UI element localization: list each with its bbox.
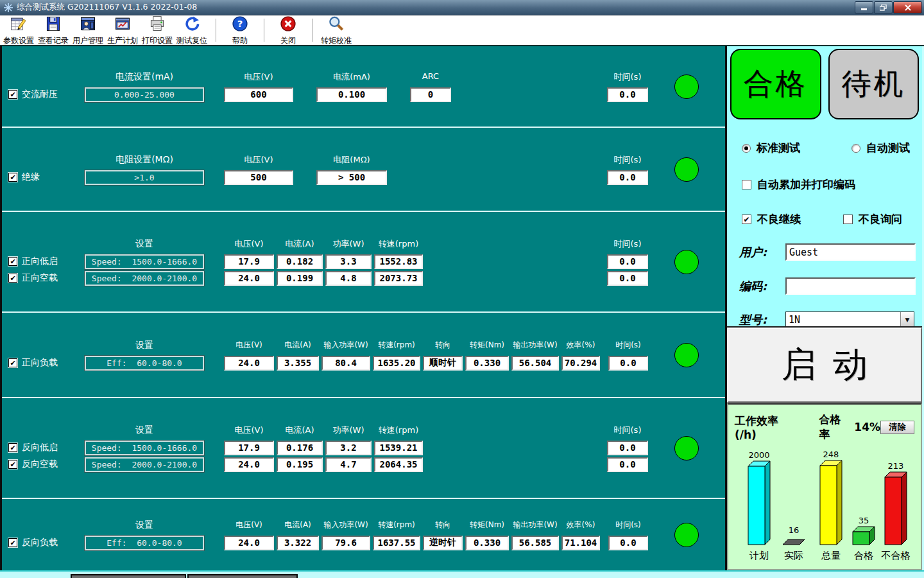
value-stack: 0.00.0 — [607, 441, 648, 472]
value-stack: 3.24.7 — [325, 441, 372, 472]
section-checkbox-label: 正向负载 — [22, 357, 58, 369]
checkbox-icon[interactable] — [8, 257, 17, 266]
column-3: 转速(rpm)1637.55 — [373, 520, 420, 550]
column-time: 时间(s)0.0 — [608, 340, 648, 371]
checkbox-row-reverse-lowstart-noload-1[interactable]: 反向空载 — [8, 457, 84, 471]
column-5: 转矩(Nm)0.330 — [465, 340, 509, 371]
radio-standard-test[interactable]: 标准测试 — [742, 141, 800, 155]
settings-stack: Eff: 60.0-80.0 — [85, 356, 204, 371]
checkbox-row-forward-lowstart-noload-0[interactable]: 正向低启 — [8, 254, 84, 268]
value-box: 500 — [224, 170, 293, 185]
column-1: 电流(mA)0.100 — [316, 71, 387, 102]
checkbox-icon[interactable] — [8, 173, 17, 182]
standby-status-indicator: 待机 — [828, 49, 920, 119]
value-box: 0.0 — [608, 536, 648, 550]
settings-box: 0.000-25.000 — [85, 87, 204, 102]
checkbox-row-reverse-lowstart-noload-0[interactable]: 反向低启 — [8, 441, 84, 455]
settings-header: 电阻设置(MΩ) — [116, 154, 173, 166]
checkbox-icon[interactable] — [8, 460, 17, 469]
checkbox-ng-ask[interactable]: 不良询问 — [843, 212, 902, 227]
toolbar-button-print-settings[interactable]: 打印设置 — [140, 15, 175, 45]
toolbar-button-view-records[interactable]: 查看记录 — [36, 15, 71, 45]
column-0: 电压(V)600 — [224, 71, 293, 102]
maximize-button[interactable] — [874, 1, 893, 13]
user-input[interactable] — [785, 243, 916, 261]
checkbox-icon[interactable] — [742, 180, 751, 189]
value-stack: 71.104 — [561, 536, 600, 550]
code-input[interactable] — [785, 277, 916, 295]
value-box: 600 — [224, 87, 293, 102]
radio-icon[interactable] — [742, 144, 751, 153]
checkbox-icon[interactable] — [8, 443, 17, 452]
value-box: 80.4 — [321, 356, 370, 371]
toolbar-button-close-app[interactable]: 关闭 — [271, 15, 305, 45]
value-box: 0.0 — [607, 87, 648, 102]
status-lamp — [674, 157, 699, 182]
toolbar-button-test-reset[interactable]: 测试复位 — [175, 15, 209, 45]
column-2: ARC0 — [410, 71, 451, 102]
value-stack: 逆时针 — [423, 536, 463, 550]
toolbar-button-production-plan[interactable]: 生产计划 — [105, 15, 140, 45]
value-stack: 17.924.0 — [224, 441, 274, 472]
value-stack: 0.1820.199 — [277, 254, 323, 286]
status-lamp — [674, 436, 699, 460]
checkbox-icon[interactable] — [8, 90, 17, 99]
column-header: 转矩(Nm) — [470, 520, 504, 532]
column-header: 转速(rpm) — [378, 520, 415, 532]
value-stack: 17.924.0 — [224, 254, 274, 286]
checkbox-row-reverse-load-0[interactable]: 反向负载 — [8, 536, 84, 550]
checkbox-icon[interactable] — [843, 215, 853, 224]
checkbox-icon[interactable] — [8, 274, 17, 283]
value-stack: 80.4 — [321, 356, 370, 371]
chevron-down-icon[interactable]: ▼ — [900, 312, 914, 327]
value-box: 70.294 — [561, 356, 600, 371]
checkbox-row-forward-load-0[interactable]: 正向负载 — [8, 356, 84, 370]
toolbar-button-torque-cal[interactable]: 转矩校准 — [319, 15, 354, 45]
section-checkbox-label: 反向低启 — [22, 442, 58, 453]
measurement-columns: 电压(V)600电流(mA)0.100ARC0时间(s)0.0 — [224, 71, 648, 102]
radio-icon[interactable] — [851, 144, 860, 153]
checkbox-row-forward-lowstart-noload-1[interactable]: 正向空载 — [8, 271, 84, 285]
toolbar-separator — [312, 19, 312, 42]
checkbox-row-insulation-0[interactable]: 绝缘 — [8, 170, 84, 184]
checkbox-icon[interactable] — [8, 358, 17, 367]
section-checkbox-label: 反向空载 — [22, 459, 58, 470]
value-box: 4.8 — [325, 271, 372, 286]
measurement-columns: 电压(V)17.924.0电流(A)0.1820.199功率(W)3.34.8转… — [224, 238, 648, 286]
column-header: 时间(s) — [614, 425, 642, 437]
start-button[interactable]: 启动 — [727, 328, 922, 403]
column-header: 电压(V) — [235, 520, 262, 532]
checkbox-icon[interactable] — [742, 215, 751, 224]
status-lamp-zone — [648, 250, 725, 274]
toolbar-button-param-settings[interactable]: 参数设置 — [1, 15, 36, 45]
checkbox-auto-print[interactable]: 自动累加并打印编码 — [730, 177, 919, 192]
settings-zone: 设置Eff: 60.0-80.0 — [84, 520, 205, 550]
value-stack: 1552.832073.73 — [374, 254, 423, 286]
model-dropdown[interactable]: 1N ▼ — [785, 311, 914, 328]
section-checkbox-label: 正向空载 — [22, 272, 58, 284]
value-stack: 56.585 — [511, 536, 559, 550]
radio-standard-test-label: 标准测试 — [757, 141, 800, 155]
checkbox-icon[interactable] — [8, 538, 17, 547]
toolbar-button-user-management[interactable]: 用户管理 — [71, 15, 105, 45]
close-button[interactable] — [893, 1, 922, 13]
column-3: 转速(rpm)1635.20 — [373, 340, 420, 371]
checkbox-ng-continue[interactable]: 不良继续 — [742, 212, 801, 227]
minimize-button[interactable] — [855, 1, 873, 13]
pass-rate-value: 14% — [854, 421, 880, 434]
status-lamp-zone — [648, 74, 725, 99]
column-header: 时间(s) — [615, 340, 641, 352]
value-box: 1552.83 — [374, 254, 423, 269]
toolbar-button-help[interactable]: ?帮助 — [223, 15, 257, 45]
production-bar-chart: 2000计划16实际248总量35合格213不合格 — [732, 447, 917, 569]
checkbox-row-ac-withstand-0[interactable]: 交流耐压 — [8, 87, 84, 101]
value-stack: > 500 — [316, 170, 387, 185]
column-3: 转速(rpm)1539.212064.35 — [374, 425, 423, 472]
clear-button[interactable]: 清除 — [880, 421, 914, 434]
bar-category-label: 不合格 — [881, 550, 911, 561]
column-header: 电流(A) — [285, 238, 314, 250]
value-stack: 500 — [224, 170, 293, 185]
radio-auto-test[interactable]: 自动测试 — [851, 141, 910, 155]
model-dropdown-value: 1N — [786, 312, 900, 327]
column-header: 转矩(Nm) — [470, 340, 504, 352]
